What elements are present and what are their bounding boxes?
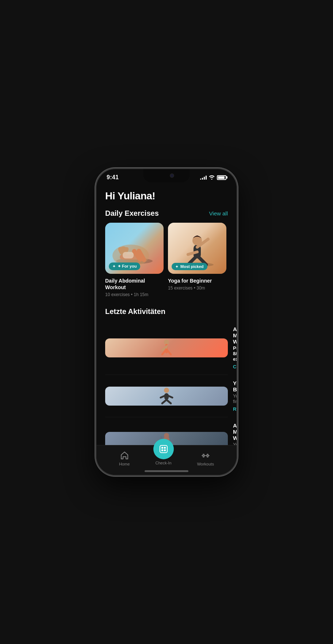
svg-point-13 [164, 340, 169, 345]
activity-progress-text: Progress: 8/20 exercises [233, 345, 237, 362]
svg-rect-3 [136, 248, 147, 263]
activity-info-yoga: Yoga for Beginner You finished it! Repea… [233, 380, 237, 412]
activity-name-yoga: Yoga for Beginner [233, 380, 237, 392]
svg-point-4 [119, 246, 128, 255]
nav-home-label: Home [119, 462, 130, 466]
card-image-yoga: ✦ Most picked [168, 223, 226, 274]
card-image-abdominal: ✦ ✦ For you [105, 223, 164, 274]
checkin-icon [158, 444, 169, 454]
svg-rect-5 [123, 252, 134, 258]
nav-checkin-wrapper[interactable]: Check-In [153, 446, 174, 465]
svg-line-21 [166, 400, 171, 403]
notch [143, 169, 190, 182]
activity-thumb-yoga [105, 387, 228, 406]
card-title-abdominal: Daily Abdominal Workout [105, 277, 164, 291]
activity-status-arm: You finished it! [233, 442, 237, 445]
daily-exercises-header: Daily Exercises View all [105, 209, 228, 218]
repeat-yoga-button[interactable]: Repeat > [233, 406, 237, 412]
svg-rect-33 [164, 449, 166, 451]
card-meta-yoga: 15 exercises • 30m [168, 285, 226, 291]
activity-status-yoga: You finished it! [233, 393, 237, 404]
activity-thumb-abdominal [105, 338, 228, 357]
workouts-icon [201, 451, 210, 460]
activity-name-abdominal: Abdominal Muscle Workout [233, 326, 237, 345]
svg-line-27 [171, 437, 172, 442]
svg-rect-2 [131, 248, 143, 263]
activity-item-yoga[interactable]: Yoga for Beginner You finished it! Repea… [105, 375, 228, 417]
card-meta-abdominal: 10 exercises • 1h 15m [105, 292, 164, 297]
activity-item-abdominal[interactable]: Abdominal Muscle Workout Progress: 8/20 … [105, 321, 228, 375]
battery-icon [217, 175, 226, 180]
svg-rect-29 [160, 445, 167, 453]
thumb-yoga-figure [157, 387, 176, 406]
yoga-figure [175, 228, 219, 268]
main-content: Hi Yuliana! Daily Exercises View all [96, 183, 237, 445]
phone-frame: 9:41 Hi Yulian [95, 168, 238, 476]
exercise-card-abdominal[interactable]: ✦ ✦ For you Daily Abdominal Workout 10 e… [105, 223, 164, 297]
daily-exercises-section: Daily Exercises View all [96, 209, 237, 297]
exercise-cards-list: ✦ ✦ For you Daily Abdominal Workout 10 e… [105, 223, 228, 297]
screen: 9:41 Hi Yulian [96, 169, 237, 475]
svg-rect-32 [161, 449, 163, 451]
wifi-icon [209, 175, 215, 180]
greeting-section: Hi Yuliana! [96, 187, 237, 209]
status-time: 9:41 [107, 174, 119, 181]
card-badge-for-you: ✦ ✦ For you [109, 262, 140, 270]
daily-exercises-title: Daily Exercises [105, 209, 159, 218]
activity-info-abdominal: Abdominal Muscle Workout Progress: 8/20 … [233, 326, 237, 369]
svg-point-16 [164, 388, 169, 393]
thumb-abs-figure [157, 338, 176, 357]
home-icon [120, 451, 129, 460]
greeting-text: Hi Yuliana! [105, 190, 228, 202]
exercise-card-yoga[interactable]: ✦ Most picked Yoga for Beginner 15 exerc… [168, 223, 226, 297]
home-indicator [145, 470, 188, 472]
nav-home[interactable]: Home [119, 451, 130, 466]
activity-info-arm: Arm Muscle Workout You finished it! Repe… [233, 422, 237, 445]
signal-icon [200, 175, 207, 180]
activities-header: Letzte Aktivitäten [105, 307, 228, 316]
nav-checkin-button[interactable] [153, 439, 174, 459]
card-title-yoga: Yoga for Beginner [168, 277, 226, 284]
view-all-button[interactable]: View all [209, 210, 228, 216]
activities-title: Letzte Aktivitäten [105, 307, 165, 316]
svg-rect-30 [161, 447, 163, 449]
nav-workouts-label: Workouts [197, 462, 214, 466]
activity-name-arm: Arm Muscle Workout [233, 422, 237, 441]
nav-checkin-label: Check-In [156, 461, 172, 465]
recent-activities-section: Letzte Aktivitäten [96, 307, 237, 445]
status-icons [200, 175, 226, 180]
continue-button[interactable]: Continue > [233, 364, 237, 369]
svg-rect-1 [120, 254, 140, 260]
main-scroll[interactable]: Hi Yuliana! Daily Exercises View all [96, 183, 237, 445]
nav-workouts[interactable]: Workouts [197, 451, 214, 466]
card-badge-most-picked: ✦ Most picked [172, 263, 207, 270]
svg-rect-31 [164, 447, 166, 449]
front-camera [170, 173, 174, 178]
